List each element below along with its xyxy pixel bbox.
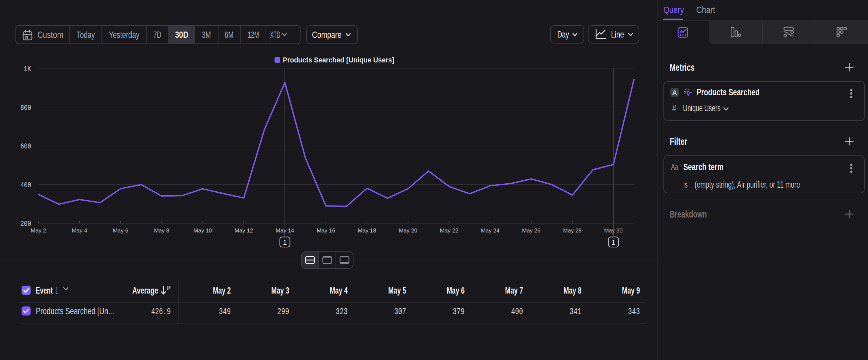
svg-text:May 30: May 30 bbox=[604, 227, 623, 234]
svg-text:Day: Day bbox=[557, 29, 569, 39]
svg-text:May 9: May 9 bbox=[622, 285, 640, 296]
svg-text:Products Searched [Un...: Products Searched [Un... bbox=[36, 306, 114, 316]
svg-text:30D: 30D bbox=[175, 30, 188, 40]
svg-text:343: 343 bbox=[628, 307, 640, 317]
svg-text:May 22: May 22 bbox=[440, 227, 459, 234]
svg-text:307: 307 bbox=[394, 307, 406, 317]
svg-text:299: 299 bbox=[277, 307, 289, 317]
svg-text:May 7: May 7 bbox=[505, 285, 523, 296]
svg-text:Breakdown: Breakdown bbox=[670, 209, 707, 220]
svg-text:12M: 12M bbox=[248, 30, 259, 40]
svg-text:Aa: Aa bbox=[671, 162, 678, 172]
svg-text:Line: Line bbox=[611, 29, 624, 39]
svg-text:May 20: May 20 bbox=[399, 227, 417, 234]
svg-text:Metrics: Metrics bbox=[670, 62, 694, 73]
svg-text:1: 1 bbox=[55, 286, 58, 296]
svg-text:May 8: May 8 bbox=[154, 227, 169, 234]
svg-text:May 18: May 18 bbox=[358, 227, 376, 234]
svg-text:May 8: May 8 bbox=[564, 285, 582, 296]
svg-text:A: A bbox=[672, 89, 677, 96]
svg-text:Filter: Filter bbox=[670, 136, 687, 147]
svg-text:6M: 6M bbox=[225, 30, 234, 40]
svg-text:Compare: Compare bbox=[312, 30, 341, 40]
svg-text:Chart: Chart bbox=[696, 5, 715, 15]
svg-text:3M: 3M bbox=[202, 30, 211, 40]
svg-text:#: # bbox=[672, 103, 676, 113]
svg-text:1K: 1K bbox=[24, 65, 31, 73]
svg-text:May 28: May 28 bbox=[563, 227, 582, 234]
svg-text:800: 800 bbox=[21, 104, 31, 112]
svg-text:May 6: May 6 bbox=[446, 285, 465, 296]
svg-text:May 4: May 4 bbox=[72, 227, 87, 234]
svg-text:341: 341 bbox=[569, 307, 582, 317]
svg-text:379: 379 bbox=[453, 307, 465, 317]
svg-text:Yesterday: Yesterday bbox=[109, 30, 140, 40]
svg-text:May 16: May 16 bbox=[317, 227, 335, 234]
svg-text:1: 1 bbox=[283, 239, 287, 246]
svg-text:7D: 7D bbox=[154, 30, 161, 40]
svg-text:1: 1 bbox=[611, 239, 615, 246]
svg-text:XTD: XTD bbox=[270, 30, 280, 40]
svg-text:(empty string), Air purifier,: (empty string), Air purifier, or 11 more bbox=[694, 180, 800, 190]
svg-text:Event: Event bbox=[36, 285, 53, 296]
svg-text:Query: Query bbox=[663, 5, 684, 15]
svg-text:Custom: Custom bbox=[37, 30, 63, 40]
svg-text:400: 400 bbox=[511, 307, 523, 317]
svg-text:May 2: May 2 bbox=[213, 285, 231, 296]
svg-text:May 24: May 24 bbox=[481, 227, 500, 234]
svg-text:May 5: May 5 bbox=[388, 285, 406, 296]
svg-text:May 26: May 26 bbox=[522, 227, 540, 234]
svg-text:Unique Users: Unique Users bbox=[683, 103, 720, 113]
svg-text:Average: Average bbox=[132, 285, 158, 296]
svg-text:426.9: 426.9 bbox=[151, 307, 171, 317]
svg-text:Products Searched [Unique User: Products Searched [Unique Users] bbox=[283, 56, 394, 64]
svg-text:May 4: May 4 bbox=[330, 285, 348, 296]
svg-text:400: 400 bbox=[21, 181, 31, 189]
svg-text:Today: Today bbox=[76, 30, 95, 40]
svg-text:May 2: May 2 bbox=[31, 227, 46, 234]
svg-text:May 6: May 6 bbox=[113, 227, 128, 234]
svg-text:323: 323 bbox=[336, 307, 348, 317]
svg-text:May 3: May 3 bbox=[271, 285, 289, 296]
svg-text:May 10: May 10 bbox=[194, 227, 212, 234]
svg-text:Is: Is bbox=[683, 180, 688, 190]
svg-text:Search term: Search term bbox=[683, 162, 723, 172]
svg-text:349: 349 bbox=[219, 307, 231, 317]
svg-text:May 14: May 14 bbox=[276, 227, 294, 234]
svg-text:May 12: May 12 bbox=[235, 227, 253, 234]
svg-text:600: 600 bbox=[21, 142, 31, 150]
svg-text:Products Searched: Products Searched bbox=[696, 87, 760, 97]
svg-text:200: 200 bbox=[21, 220, 31, 228]
